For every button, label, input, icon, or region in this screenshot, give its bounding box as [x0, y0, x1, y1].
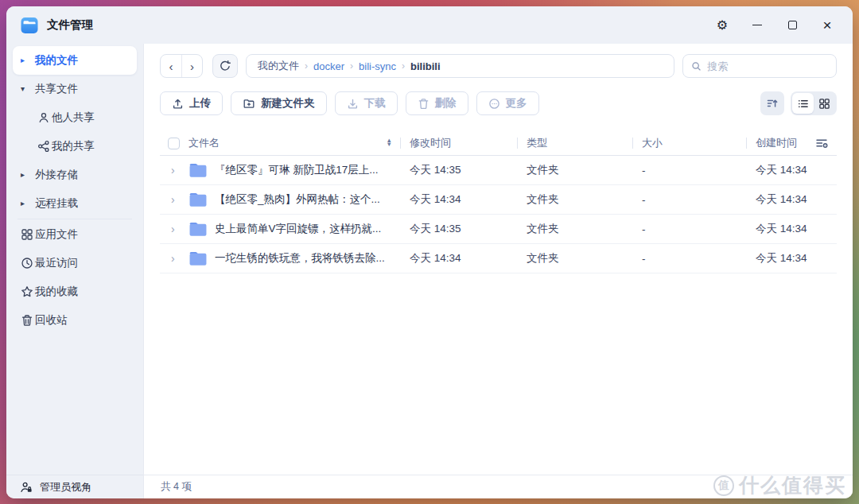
download-button[interactable]: 下载	[335, 91, 398, 115]
settings-gear-icon[interactable]: ⚙	[711, 14, 733, 37]
caret-down-icon[interactable]: ▾	[21, 85, 35, 93]
folder-icon	[189, 162, 208, 178]
sidebar-item-label: 回收站	[35, 313, 68, 328]
new-folder-label: 新建文件夹	[261, 96, 315, 110]
titlebar: 文件管理 ⚙ ×	[6, 6, 853, 44]
sidebar-item-shared-by-others[interactable]: 他人共享	[13, 103, 137, 132]
upload-label: 上传	[189, 96, 211, 110]
sidebar-item-label: 他人共享	[52, 110, 95, 125]
status-bar: 共 4 项	[144, 475, 853, 498]
more-button[interactable]: 更多	[476, 91, 539, 115]
file-size: -	[632, 223, 746, 235]
table-row[interactable]: › 【绝区零_熟肉】外网热帖：这个... 今天 14:34 文件夹 - 今天 1…	[160, 185, 837, 215]
breadcrumb-item[interactable]: docker	[313, 60, 344, 72]
table-header: 文件名 ▲▼ 修改时间 类型 大小 创建时间	[160, 131, 837, 156]
search-box[interactable]	[682, 54, 837, 78]
list-view-button[interactable]	[792, 93, 814, 114]
sort-arrows-icon[interactable]: ▲▼	[387, 139, 392, 146]
table-row[interactable]: › 史上最简单V字回旋镖，这样扔就... 今天 14:35 文件夹 - 今天 1…	[160, 215, 837, 244]
file-type: 文件夹	[517, 251, 632, 266]
column-header-modified[interactable]: 修改时间	[400, 136, 517, 150]
back-button[interactable]: ‹	[161, 55, 181, 77]
select-all-checkbox[interactable]	[168, 138, 180, 149]
file-size: -	[632, 253, 746, 265]
file-name: 史上最简单V字回旋镖，这样扔就...	[215, 222, 381, 236]
grid-view-icon	[818, 98, 830, 110]
breadcrumb-item[interactable]: bili-sync	[359, 60, 396, 72]
sidebar: ▸ 我的文件 ▾ 共享文件 他人共享	[6, 44, 143, 498]
table-row[interactable]: › 『绝区零』可琳 新防卫战17层上... 今天 14:35 文件夹 - 今天 …	[160, 156, 837, 185]
item-count: 共 4 项	[161, 480, 192, 494]
sidebar-item-my-files[interactable]: ▸ 我的文件	[13, 46, 137, 75]
window-controls: ⚙ ×	[711, 14, 838, 37]
share-icon	[37, 140, 52, 153]
refresh-button[interactable]	[212, 54, 238, 78]
sidebar-item-shared-files[interactable]: ▾ 共享文件	[13, 75, 137, 103]
column-header-type[interactable]: 类型	[517, 136, 632, 150]
sidebar-item-my-shares[interactable]: 我的共享	[13, 132, 137, 161]
delete-label: 删除	[435, 96, 457, 110]
folder-icon	[189, 250, 208, 266]
modified-time: 今天 14:34	[400, 251, 517, 266]
modified-time: 今天 14:35	[400, 222, 517, 236]
sidebar-item-label: 我的文件	[35, 53, 78, 68]
breadcrumb-separator: ›	[402, 60, 405, 72]
modified-time: 今天 14:35	[400, 163, 517, 177]
table-row[interactable]: › 一坨生锈的铁玩意，我将铁锈去除... 今天 14:34 文件夹 - 今天 1…	[160, 244, 837, 273]
file-name: 一坨生锈的铁玩意，我将铁锈去除...	[215, 251, 385, 266]
expand-chevron-icon[interactable]: ›	[171, 164, 175, 176]
column-header-name[interactable]: 文件名 ▲▼	[189, 136, 400, 150]
new-folder-button[interactable]: 新建文件夹	[231, 91, 327, 115]
upload-button[interactable]: 上传	[160, 91, 223, 115]
sidebar-item-label: 我的共享	[52, 139, 95, 153]
breadcrumb[interactable]: 我的文件 › docker › bili-sync › bilibili	[246, 54, 674, 78]
sidebar-item-label: 远程挂载	[35, 196, 78, 211]
sidebar-divider	[17, 219, 132, 219]
expand-chevron-icon[interactable]: ›	[171, 223, 175, 235]
file-name: 【绝区零_熟肉】外网热帖：这个...	[215, 192, 380, 207]
folder-icon	[189, 221, 208, 237]
sidebar-item-remote-mount[interactable]: ▸ 远程挂载	[13, 189, 137, 218]
breadcrumb-separator: ›	[305, 60, 308, 72]
maximize-button[interactable]	[781, 14, 803, 37]
search-input[interactable]	[707, 60, 828, 72]
sidebar-item-app-files[interactable]: 应用文件	[13, 220, 137, 249]
expand-chevron-icon[interactable]: ›	[171, 193, 175, 206]
history-nav: ‹ ›	[160, 54, 203, 78]
download-label: 下载	[364, 96, 386, 110]
admin-view-toggle[interactable]: 管理员视角	[6, 475, 143, 498]
app-title: 文件管理	[47, 17, 93, 33]
sidebar-item-recent[interactable]: 最近访问	[13, 249, 137, 277]
sidebar-item-favorites[interactable]: 我的收藏	[13, 277, 137, 306]
breadcrumb-item[interactable]: 我的文件	[258, 59, 299, 73]
search-icon	[691, 60, 702, 72]
expand-chevron-icon[interactable]: ›	[171, 252, 175, 265]
breadcrumb-item-current: bilibili	[410, 60, 441, 72]
sort-order-icon	[766, 97, 779, 110]
close-button[interactable]: ×	[816, 14, 838, 37]
file-table: 文件名 ▲▼ 修改时间 类型 大小 创建时间	[160, 131, 837, 273]
forward-button[interactable]: ›	[181, 55, 202, 77]
sidebar-item-label: 我的收藏	[35, 285, 78, 299]
caret-right-icon[interactable]: ▸	[21, 171, 35, 179]
sort-order-button[interactable]	[760, 91, 784, 115]
folder-icon	[189, 192, 208, 207]
clock-icon	[21, 257, 35, 269]
sidebar-item-external-storage[interactable]: ▸ 外接存储	[13, 161, 137, 189]
minimize-button[interactable]	[746, 14, 768, 37]
file-type: 文件夹	[517, 163, 632, 177]
star-icon	[21, 285, 35, 298]
list-view-icon	[797, 98, 809, 110]
grid-view-button[interactable]	[814, 93, 835, 114]
app-folder-icon	[21, 17, 38, 34]
column-header-created[interactable]: 创建时间	[746, 136, 829, 150]
delete-button[interactable]: 删除	[406, 91, 468, 115]
column-header-size[interactable]: 大小	[632, 136, 746, 150]
column-settings-icon[interactable]	[815, 137, 829, 149]
created-time: 今天 14:34	[746, 222, 829, 236]
sidebar-nav: ▸ 我的文件 ▾ 共享文件 他人共享	[6, 44, 143, 475]
caret-right-icon[interactable]: ▸	[21, 56, 35, 64]
sidebar-item-label: 最近访问	[35, 256, 78, 270]
caret-right-icon[interactable]: ▸	[21, 200, 35, 207]
sidebar-item-recycle-bin[interactable]: 回收站	[13, 306, 137, 335]
